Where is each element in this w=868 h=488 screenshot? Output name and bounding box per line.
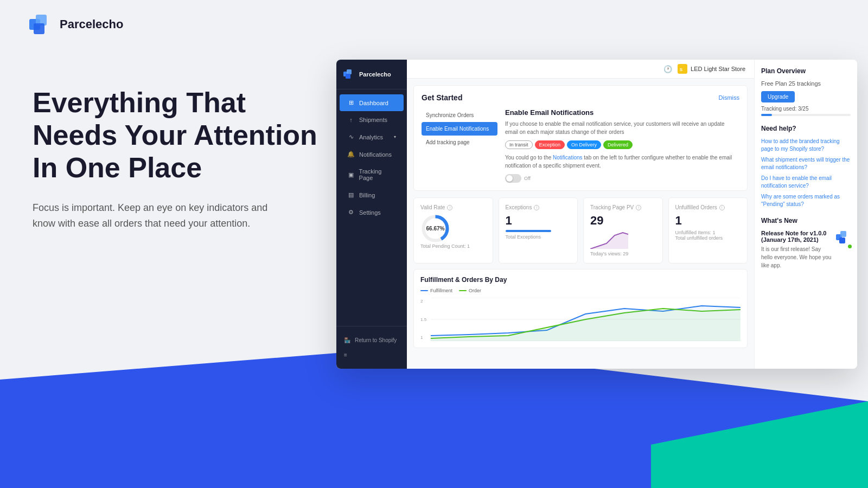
plan-overview-section: Plan Overview Free Plan 25 trackings Upg… xyxy=(761,67,851,116)
sidebar-item-analytics[interactable]: ∿ Analytics ▾ xyxy=(340,129,404,145)
logo-icon xyxy=(27,11,53,37)
stat-card-pv: Tracking Page PV i 29 Today's views: 29 xyxy=(583,197,663,264)
billing-icon: ▤ xyxy=(347,191,355,198)
valid-rate-label: Valid Rate i xyxy=(420,204,486,210)
sidebar-label-shipments: Shipments xyxy=(359,117,387,123)
exceptions-bar xyxy=(506,230,551,232)
help-link-2[interactable]: What shipment events will trigger the em… xyxy=(761,156,851,171)
notifications-link[interactable]: Notifications xyxy=(553,155,582,160)
gs-notification-desc: You could go to the Notifications tab on… xyxy=(505,153,733,170)
toggle-pill[interactable] xyxy=(505,174,521,183)
chart-title: Fulfillment & Orders By Day xyxy=(420,276,741,284)
svg-rect-19 xyxy=(839,237,845,243)
sidebar-label-billing: Billing xyxy=(359,192,375,198)
legend-fulfillment-label: Fulfillment xyxy=(430,288,452,293)
app-screenshot: Parcelecho ⊞ Dashboard ↑ Shipments ∿ Ana… xyxy=(336,60,857,369)
tag-delivered: Delivered xyxy=(603,140,633,149)
sidebar-label-settings: Settings xyxy=(359,209,381,216)
gs-sync-orders[interactable]: Synchronize Orders xyxy=(422,108,497,122)
left-content: Everything ThatNeeds Your AttentionIn On… xyxy=(33,87,347,232)
gs-toggle[interactable]: Off xyxy=(505,174,733,183)
need-help-title: Need help? xyxy=(761,125,851,132)
svg-text:66.67%: 66.67% xyxy=(426,226,445,232)
tracking-used: Tracking used: 3/25 xyxy=(761,106,851,112)
unfulfilled-info-icon[interactable]: i xyxy=(719,205,725,210)
app-topbar: 🕐 S LED Light Star Store xyxy=(407,60,754,79)
progress-bar-fill xyxy=(761,114,772,116)
sidebar-logo-text: Parcelecho xyxy=(359,71,391,78)
sidebar-label-tracking: Tracking Page xyxy=(359,168,396,181)
chart-y-label-2: 2 xyxy=(420,299,426,304)
toggle-label: Off xyxy=(524,176,531,181)
settings-icon: ⚙ xyxy=(347,209,355,216)
valid-rate-donut: 66.67% xyxy=(420,214,450,243)
svg-rect-18 xyxy=(840,231,846,237)
tag-in-transit: In transit xyxy=(505,140,533,149)
top-bar: Parcelecho xyxy=(0,0,868,49)
sidebar-label-dashboard: Dashboard xyxy=(359,100,388,106)
release-desc: It is our first release! Say hello every… xyxy=(761,245,832,269)
logo-text: Parcelecho xyxy=(60,17,123,31)
legend-blue-line xyxy=(420,290,428,291)
help-link-3[interactable]: Do I have to enable the email notificati… xyxy=(761,175,851,190)
tag-on-delivery: On Delivery xyxy=(567,140,601,149)
get-started-header: Get Started Dismiss xyxy=(422,93,739,102)
legend-order-label: Order xyxy=(469,288,481,293)
release-title: Release Note for v1.0.0(January 17th, 20… xyxy=(761,230,832,243)
tag-exception: Exception xyxy=(535,140,565,149)
whats-new-section: What's New Release Note for v1.0.0(Janua… xyxy=(761,217,851,269)
logo-area: Parcelecho xyxy=(27,11,123,37)
get-started-cards: Synchronize Orders Enable Email Notifica… xyxy=(422,108,739,183)
sidebar-item-settings[interactable]: ⚙ Settings xyxy=(340,204,404,221)
sidebar-item-notifications[interactable]: 🔔 Notifications xyxy=(340,146,404,163)
subtext: Focus is important. Keep an eye on key i… xyxy=(33,200,293,232)
sidebar-item-tracking-page[interactable]: ▣ Tracking Page xyxy=(340,163,404,186)
get-started-title: Get Started xyxy=(422,93,462,102)
pv-sub: Today's views: 29 xyxy=(590,251,656,256)
stat-card-exceptions: Exceptions i 1 Total Exceptions xyxy=(499,197,578,264)
sidebar-item-dashboard[interactable]: ⊞ Dashboard xyxy=(340,94,404,111)
svg-text:S: S xyxy=(680,67,682,72)
svg-rect-2 xyxy=(34,23,44,34)
sidebar-nav: ⊞ Dashboard ↑ Shipments ∿ Analytics ▾ 🔔 … xyxy=(336,89,407,326)
upgrade-button[interactable]: Upgrade xyxy=(761,91,795,102)
help-link-1[interactable]: How to add the branded tracking page to … xyxy=(761,138,851,153)
help-link-4[interactable]: Why are some orders marked as "Pending" … xyxy=(761,193,851,208)
dismiss-button[interactable]: Dismiss xyxy=(719,94,740,101)
chart-section: Fulfillment & Orders By Day Fulfillment … xyxy=(413,269,748,348)
sidebar-item-shipments[interactable]: ↑ Shipments xyxy=(340,112,404,128)
toggle-circle xyxy=(506,175,513,182)
chart-area: 2 1.5 1 xyxy=(420,298,741,341)
chart-y-label-15: 1.5 xyxy=(420,317,426,322)
gs-status-tags: In transit Exception On Delivery Deliver… xyxy=(505,140,733,149)
pv-info-icon[interactable]: i xyxy=(636,205,641,210)
valid-rate-info-icon[interactable]: i xyxy=(447,205,452,210)
exceptions-sub: Total Exceptions xyxy=(506,234,571,240)
sidebar-label-notifications: Notifications xyxy=(359,151,392,158)
legend-order: Order xyxy=(459,288,481,293)
pv-label: Tracking Page PV i xyxy=(590,204,656,210)
unfulfilled-label: Unfulfilled Orders i xyxy=(675,204,741,210)
store-name: LED Light Star Store xyxy=(691,66,745,72)
collapse-btn[interactable]: ≡ xyxy=(340,348,404,362)
stats-row: Valid Rate i 66.67% Total Pending Count:… xyxy=(413,197,748,264)
sidebar-item-billing[interactable]: ▤ Billing xyxy=(340,187,404,203)
gs-enable-email[interactable]: Enable Email Notifications xyxy=(422,122,497,136)
analytics-icon: ∿ xyxy=(347,133,355,140)
svg-rect-4 xyxy=(347,69,352,74)
analytics-arrow-icon: ▾ xyxy=(394,134,396,139)
return-to-shopify-btn[interactable]: 🏪 Return to Shopify xyxy=(340,333,404,348)
online-indicator xyxy=(848,245,852,248)
exceptions-info-icon[interactable]: i xyxy=(534,205,539,210)
legend-green-line xyxy=(459,290,467,291)
main-content: 🕐 S LED Light Star Store xyxy=(407,60,857,369)
plan-overview-title: Plan Overview xyxy=(761,67,851,75)
unfulfilled-sub1: Unfulfilled Items: 1 xyxy=(675,230,741,235)
sidebar-logo: Parcelecho xyxy=(336,60,407,89)
store-badge: S LED Light Star Store xyxy=(678,64,745,74)
chart-legend: Fulfillment Order xyxy=(420,288,741,293)
exceptions-value: 1 xyxy=(506,214,571,228)
gs-add-tracking[interactable]: Add tracking page xyxy=(422,136,497,149)
chart-y-label-1: 1 xyxy=(420,335,426,340)
return-shopify-label: Return to Shopify xyxy=(355,337,397,343)
